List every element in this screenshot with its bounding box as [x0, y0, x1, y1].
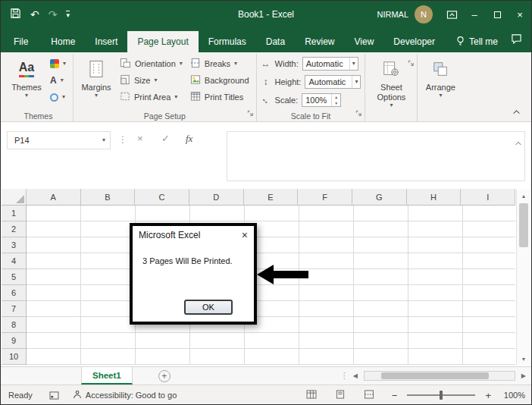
- user-name[interactable]: NIRMAL: [377, 10, 408, 19]
- spinner-down-icon[interactable]: ▼: [332, 100, 340, 106]
- save-icon[interactable]: [10, 8, 21, 22]
- column-header-d[interactable]: D: [189, 189, 244, 205]
- vertical-scrollbar-thumb[interactable]: [519, 203, 528, 247]
- print-area-button[interactable]: Print Area ▾: [117, 89, 186, 105]
- themes-button[interactable]: Aa Themes ▾: [8, 55, 45, 101]
- column-header-f[interactable]: F: [298, 189, 352, 205]
- column-header-h[interactable]: H: [407, 189, 462, 205]
- height-dropdown[interactable]: Automatic ▾: [305, 75, 361, 89]
- theme-fonts-button[interactable]: A ▾: [47, 72, 69, 89]
- background-button[interactable]: Background: [187, 72, 252, 89]
- tab-formulas[interactable]: Formulas: [199, 31, 256, 52]
- name-box-dropdown-icon[interactable]: ▾: [98, 132, 110, 149]
- row-header[interactable]: 5: [2, 269, 26, 285]
- zoom-slider[interactable]: [407, 394, 475, 396]
- tab-developer[interactable]: Developer: [383, 31, 445, 52]
- width-dropdown[interactable]: Automatic ▾: [302, 57, 358, 71]
- row-header[interactable]: 2: [2, 221, 26, 237]
- ribbon-display-options-icon[interactable]: [440, 1, 463, 28]
- page-setup-dialog-launcher-icon[interactable]: [247, 106, 254, 120]
- row-header[interactable]: 3: [2, 237, 26, 253]
- scale-spinner[interactable]: 100% ▲ ▼: [302, 93, 341, 107]
- width-value: Automatic: [306, 59, 343, 68]
- minimize-button[interactable]: –: [463, 1, 486, 28]
- redo-button[interactable]: ↷: [49, 9, 58, 20]
- margins-button[interactable]: Margins ▾: [77, 55, 115, 101]
- column-header-a[interactable]: A: [27, 189, 81, 205]
- tab-split-handle[interactable]: ⋮: [340, 371, 347, 381]
- collapse-formula-bar-icon[interactable]: [515, 135, 522, 149]
- grid-cells[interactable]: [27, 206, 515, 365]
- spinner-arrows[interactable]: ▲ ▼: [331, 94, 340, 106]
- tab-data[interactable]: Data: [256, 31, 295, 52]
- page-layout-view-icon[interactable]: [335, 390, 346, 400]
- column-header-c[interactable]: C: [135, 189, 189, 205]
- undo-button[interactable]: ↶: [30, 9, 39, 20]
- row-header[interactable]: 6: [2, 285, 26, 301]
- avatar[interactable]: N: [415, 5, 433, 24]
- new-sheet-button[interactable]: +: [158, 370, 171, 382]
- tab-page-layout[interactable]: Page Layout: [127, 31, 198, 52]
- tell-me-label: Tell me: [469, 36, 498, 47]
- zoom-level[interactable]: 100%: [501, 391, 525, 400]
- tab-view[interactable]: View: [345, 31, 384, 52]
- customize-qat-button[interactable]: ▾: [66, 11, 70, 19]
- formula-enter-icon[interactable]: ✓: [161, 133, 170, 144]
- row-header[interactable]: 9: [2, 333, 26, 349]
- tab-file[interactable]: File: [1, 31, 41, 52]
- accessibility-status[interactable]: Accessibility: Good to go: [73, 390, 177, 401]
- horizontal-scrollbar[interactable]: [364, 371, 515, 381]
- tab-insert[interactable]: Insert: [85, 31, 127, 52]
- page-break-view-icon[interactable]: [364, 390, 374, 400]
- formula-input[interactable]: [227, 131, 525, 181]
- scale-to-fit-dialog-launcher-icon[interactable]: [355, 106, 362, 120]
- name-box-resize-handle[interactable]: ⋮: [118, 134, 127, 145]
- row-header[interactable]: 4: [2, 253, 26, 269]
- ok-button[interactable]: OK: [184, 300, 233, 315]
- name-box[interactable]: P14 ▾: [7, 131, 111, 149]
- tell-me[interactable]: Tell me: [455, 31, 498, 52]
- chevron-down-icon: ▾: [349, 58, 358, 70]
- tab-review[interactable]: Review: [295, 31, 344, 52]
- close-button[interactable]: ×: [509, 1, 531, 28]
- sheet-tab-sheet1[interactable]: Sheet1: [81, 367, 133, 385]
- sheet-options-dialog-launcher-icon[interactable]: [408, 56, 415, 70]
- maximize-button[interactable]: [486, 1, 509, 28]
- sheet-options-button[interactable]: Sheet Options ▾: [369, 55, 413, 111]
- row-header[interactable]: 10: [2, 349, 26, 365]
- tab-home[interactable]: Home: [41, 31, 85, 52]
- arrange-button[interactable]: Arrange ▾: [421, 55, 459, 101]
- spinner-up-icon[interactable]: ▲: [332, 94, 340, 100]
- theme-effects-button[interactable]: ▾: [47, 89, 69, 105]
- comment-icon[interactable]: [511, 33, 522, 47]
- scroll-left-icon[interactable]: ◀: [351, 372, 360, 379]
- dialog-close-icon[interactable]: ×: [242, 229, 248, 241]
- print-titles-button[interactable]: Print Titles: [187, 89, 252, 105]
- row-header[interactable]: 8: [2, 317, 26, 333]
- column-header-i[interactable]: I: [461, 189, 515, 205]
- orientation-button[interactable]: Orientation ▾: [117, 55, 186, 72]
- horizontal-scrollbar-thumb[interactable]: [381, 372, 489, 379]
- collapse-ribbon-icon[interactable]: [512, 104, 521, 118]
- scroll-right-icon[interactable]: ▶: [519, 372, 528, 379]
- normal-view-icon[interactable]: [306, 390, 317, 400]
- row-header[interactable]: 7: [2, 301, 26, 317]
- select-all-corner[interactable]: [2, 189, 27, 205]
- zoom-out-button[interactable]: −: [392, 390, 398, 401]
- print-titles-icon: [190, 91, 201, 103]
- column-header-e[interactable]: E: [244, 189, 299, 205]
- theme-colors-button[interactable]: ▾: [47, 55, 69, 72]
- scroll-up-icon[interactable]: ▲: [517, 190, 530, 202]
- insert-function-icon[interactable]: fx: [186, 133, 192, 145]
- size-button[interactable]: Size ▾: [117, 72, 186, 89]
- macro-record-icon[interactable]: [49, 391, 59, 400]
- breaks-button[interactable]: Breaks ▾: [187, 55, 252, 72]
- zoom-in-button[interactable]: +: [485, 390, 491, 401]
- column-header-g[interactable]: G: [352, 189, 407, 205]
- column-header-b[interactable]: B: [81, 189, 136, 205]
- scroll-down-icon[interactable]: ▼: [517, 353, 530, 365]
- zoom-slider-thumb[interactable]: [440, 391, 443, 400]
- row-header[interactable]: 1: [2, 206, 26, 221]
- vertical-scrollbar[interactable]: ▲ ▼: [516, 190, 530, 365]
- formula-cancel-icon[interactable]: ×: [137, 133, 143, 144]
